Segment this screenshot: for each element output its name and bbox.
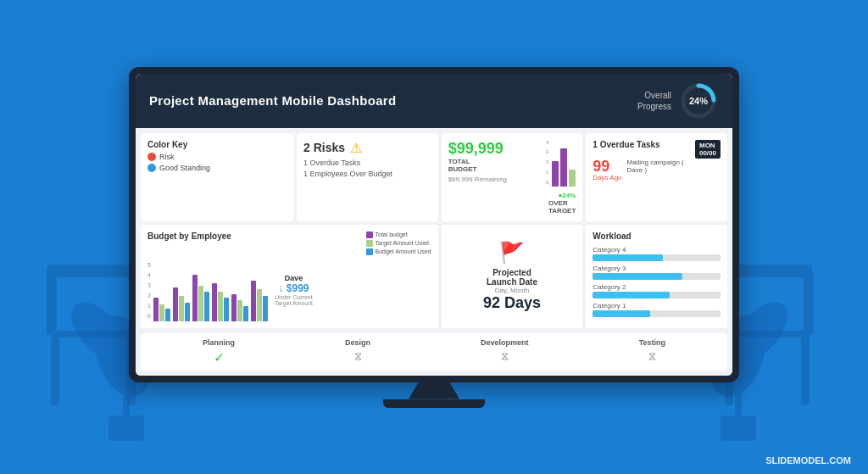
- workload-item-3: Category 3: [593, 265, 721, 280]
- svg-point-1: [61, 293, 133, 369]
- overdue-title: 1 Overdue Tasks: [593, 140, 659, 149]
- budget-used-color: [366, 248, 373, 255]
- mailing-info: Mailing campaign (Dave ): [627, 159, 684, 174]
- bar-group-4: [212, 283, 229, 321]
- phase-development-label: Development: [481, 338, 529, 347]
- svg-rect-18: [804, 271, 814, 335]
- dashboard-screen: Project Management Mobile Dashboard Over…: [136, 74, 732, 376]
- workload-title: Workload: [593, 231, 721, 241]
- workload-item-1: Category 1: [593, 302, 721, 317]
- svg-rect-11: [51, 337, 59, 405]
- target-color: [366, 240, 373, 247]
- monitor: Project Management Mobile Dashboard Over…: [129, 67, 739, 408]
- svg-rect-10: [51, 331, 136, 337]
- workload-bar-4: [593, 254, 663, 261]
- svg-rect-13: [47, 271, 57, 335]
- over-target: OVERTARGET: [548, 199, 576, 215]
- days-ago-number: 99: [593, 159, 621, 174]
- risks-card: 2 Risks ⚠ 1 Overdue Tasks 1 Employees Ov…: [297, 133, 438, 221]
- budget-bar-3: [569, 170, 576, 187]
- dave-amount: ↓ $999: [278, 282, 309, 294]
- svg-rect-14: [47, 265, 140, 277]
- date-badge: MON00/00: [695, 140, 721, 159]
- svg-rect-17: [801, 337, 810, 405]
- currently-label: ●24%: [558, 192, 576, 199]
- overall-progress-section: OverallProgress 24%: [637, 81, 719, 121]
- workload-bar-3: [593, 273, 682, 280]
- hourglass-icon-test: ⧖: [648, 349, 656, 363]
- budget-emp-legend: Total budget Target Amount Used Budget A…: [366, 231, 431, 255]
- budget-amount: $99,999: [448, 140, 507, 158]
- budget-remaining: $99,999 Remaining: [448, 176, 507, 183]
- workload-item-2: Category 2: [593, 283, 721, 298]
- overall-progress-label: OverallProgress: [637, 90, 671, 112]
- phase-row: Planning ✓ Design ⧖ Development ⧖ Testin…: [141, 333, 727, 371]
- total-budget-label: Total budget: [376, 231, 408, 237]
- workload-item-4: Category 4: [593, 246, 721, 261]
- monitor-neck: [409, 382, 459, 399]
- phase-development: Development ⧖: [481, 338, 529, 365]
- legend-good: Good Standing: [147, 164, 287, 172]
- budget-bar-2: [560, 148, 567, 187]
- dashboard-title: Project Management Mobile Dashboard: [149, 93, 396, 108]
- total-budget-color: [366, 231, 373, 238]
- launch-days: 92 Days: [483, 294, 541, 312]
- phase-design: Design ⧖: [345, 338, 370, 365]
- progress-percent: 24%: [689, 96, 708, 106]
- workload-bar-1: [593, 310, 650, 317]
- check-icon: ✓: [214, 349, 225, 365]
- budget-emp-title: Budget by Employee: [147, 231, 231, 241]
- days-ago-label: Days Ago: [593, 174, 621, 181]
- good-dot: [147, 164, 156, 172]
- budget-bar-1: [552, 161, 559, 187]
- svg-rect-4: [108, 415, 144, 441]
- launch-date-label: Day, Month: [495, 287, 529, 294]
- overdue-card: 1 Overdue Tasks MON00/00 99 Days Ago Mai…: [586, 133, 727, 221]
- overdue-content: 99 Days Ago Mailing campaign (Dave ): [593, 159, 721, 181]
- budget-used-label: Budget Amount Used: [376, 248, 431, 254]
- launch-flag-icon: 🚩: [499, 241, 525, 265]
- phase-planning: Planning ✓: [203, 338, 235, 365]
- bar-chart: 5 4 3 2 1 0: [147, 262, 268, 321]
- legend-risk: Risk: [147, 153, 287, 161]
- phase-testing: Testing ⧖: [639, 338, 665, 365]
- dashboard-header: Project Management Mobile Dashboard Over…: [136, 74, 732, 128]
- dashboard-body: Color Key Risk Good Standing 2 Risks ⚠: [136, 128, 732, 376]
- risk-item-1: 1 Overdue Tasks: [303, 159, 431, 167]
- monitor-base: [383, 399, 485, 408]
- dave-info: Dave ↓ $999 Under CurrentTarget Amount: [271, 259, 316, 321]
- warning-icon: ⚠: [350, 140, 362, 156]
- workload-label-2: Category 2: [593, 283, 721, 291]
- risk-dot: [147, 153, 156, 161]
- workload-label-3: Category 3: [593, 265, 721, 272]
- svg-rect-9: [721, 415, 756, 441]
- bar-group-6: [251, 281, 268, 321]
- risks-header: 2 Risks ⚠: [303, 140, 431, 156]
- workload-bar-2: [593, 292, 669, 298]
- color-key-title: Color Key: [147, 140, 287, 149]
- risks-count: 2 Risks: [303, 141, 345, 154]
- phase-design-label: Design: [345, 338, 370, 347]
- dave-name: Dave: [285, 274, 303, 282]
- bar-group-2: [173, 287, 190, 321]
- legend-target: Target Amount Used: [366, 240, 431, 247]
- hourglass-icon-design: ⧖: [354, 349, 362, 363]
- bar-group-1: [153, 298, 170, 321]
- budget-card: $99,999 TOTAL BUDGET $99,999 Remaining: [442, 133, 583, 221]
- launch-card: 🚩 ProjectedLaunch Date Day, Month 92 Day…: [442, 225, 583, 328]
- risk-label: Risk: [159, 153, 175, 161]
- workload-label-1: Category 1: [593, 302, 721, 309]
- risk-item-2: 1 Employees Over Budget: [303, 170, 431, 178]
- phase-planning-label: Planning: [203, 338, 235, 347]
- budget-label-1: TOTAL: [448, 158, 477, 166]
- bar-group-5: [231, 294, 248, 321]
- hourglass-icon-dev: ⧖: [501, 349, 509, 363]
- good-label: Good Standing: [159, 164, 210, 172]
- legend-budget-used: Budget Amount Used: [366, 248, 431, 255]
- y-axis: 5 4 3 2 1 0: [147, 262, 151, 321]
- legend-total: Total budget: [366, 231, 431, 238]
- phase-testing-label: Testing: [639, 338, 665, 347]
- target-label: Target Amount Used: [376, 240, 429, 246]
- progress-circle: 24%: [678, 81, 719, 121]
- workload-label-4: Category 4: [593, 246, 721, 254]
